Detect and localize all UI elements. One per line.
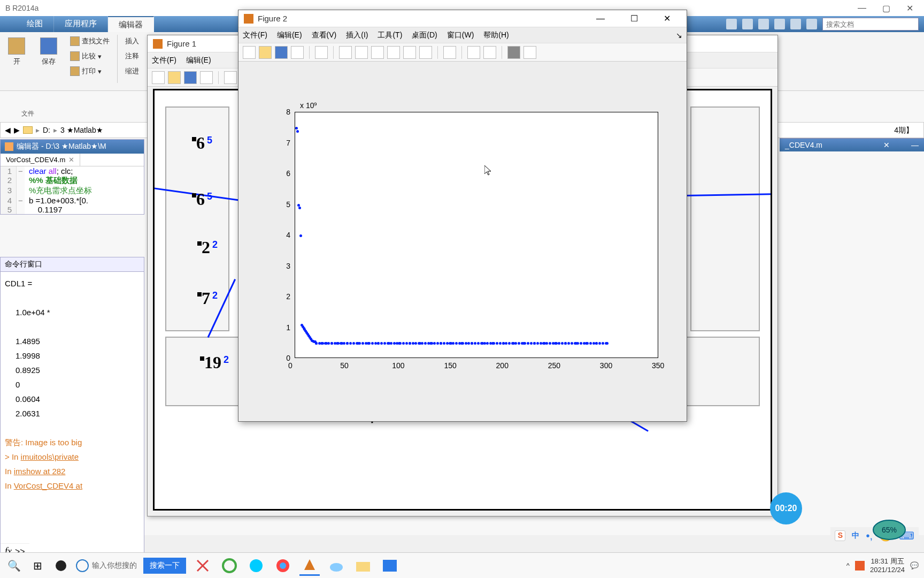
photos-icon[interactable] — [380, 556, 400, 576]
maximize-icon[interactable]: ☐ — [620, 13, 649, 24]
figure2-toolbar — [238, 43, 687, 62]
edge-icon[interactable] — [246, 556, 266, 576]
editor-icon — [5, 142, 13, 151]
path-folder[interactable]: 3 ★Matlab★ — [60, 126, 103, 134]
app-icon[interactable] — [52, 557, 70, 574]
task-view-icon[interactable]: ⊞ — [29, 557, 46, 574]
tab-apps[interactable]: 应用程序 — [54, 16, 108, 32]
snip-icon[interactable] — [192, 556, 213, 576]
cmd-output[interactable]: CDL1 = 1.0e+04 * 1.48951.99980.892500.06… — [1, 272, 144, 497]
pointer-icon[interactable] — [224, 71, 237, 84]
taskbar-clock[interactable]: 18:31 周五 2021/12/24 — [870, 557, 905, 574]
menu-desktop[interactable]: 桌面(D) — [412, 31, 437, 40]
print-button[interactable]: 打印 ▾ — [67, 65, 113, 78]
y-tick-label: 1 — [274, 323, 290, 332]
editor-file-tab[interactable]: VorCost_CDEV4.m ✕ — [1, 154, 80, 166]
menu-file[interactable]: 文件(F) — [243, 31, 267, 40]
copy-icon[interactable] — [742, 19, 753, 29]
code-area[interactable]: 1−clear all; clc;2%% 基础数据3%充电需求点坐标4−b =1… — [1, 166, 144, 214]
cmd-title[interactable]: 命令行窗口 — [1, 257, 144, 272]
taskbar-search[interactable]: 输入你想搜的 — [76, 559, 137, 572]
rotate-icon[interactable] — [387, 46, 400, 59]
menu-more-icon[interactable]: ↘ — [676, 31, 682, 40]
cut-icon[interactable] — [726, 19, 737, 29]
minimize-icon[interactable]: — — [858, 3, 866, 13]
open-icon[interactable] — [259, 46, 272, 59]
trace-link[interactable]: imshow at 282 — [14, 467, 66, 476]
pan-icon[interactable] — [371, 46, 384, 59]
path-fwd-icon[interactable]: ▶ — [14, 126, 20, 134]
paste-icon[interactable] — [758, 19, 769, 29]
colorbar-icon[interactable] — [467, 46, 480, 59]
trace-link[interactable]: imuitools\private — [21, 452, 79, 461]
link-icon[interactable] — [443, 46, 456, 59]
undo-icon[interactable] — [774, 19, 785, 29]
brush-icon[interactable] — [419, 46, 432, 59]
print-icon[interactable] — [291, 46, 304, 59]
menu-edit[interactable]: 编辑(E) — [277, 31, 302, 40]
new-icon[interactable] — [243, 46, 256, 59]
datacursor-icon[interactable] — [403, 46, 416, 59]
zoom-in-icon[interactable] — [339, 46, 352, 59]
tab-plot[interactable]: 绘图 — [16, 16, 54, 32]
tray-up-icon[interactable]: ^ — [846, 561, 850, 569]
redo-icon[interactable] — [790, 19, 801, 29]
sogou-icon[interactable]: S — [835, 530, 845, 541]
x-tick-label: 250 — [548, 361, 560, 370]
tab-editor[interactable]: 编辑器 — [108, 16, 154, 32]
help-icon[interactable] — [806, 19, 817, 29]
figure2-window[interactable]: Figure 2 — ☐ ✕ 文件(F) 编辑(E) 查看(V) 插入(I) 工… — [238, 10, 687, 422]
trace-link[interactable]: VorCost_CDEV4 at — [14, 481, 82, 490]
save-icon[interactable] — [184, 71, 197, 84]
menu-view[interactable]: 查看(V) — [312, 31, 337, 40]
menu-window[interactable]: 窗口(W) — [447, 31, 474, 40]
system-tray[interactable]: ^ 18:31 周五 2021/12/24 💬 — [846, 557, 919, 574]
comment-button[interactable]: 注释 — [122, 50, 142, 63]
notification-icon[interactable]: 💬 — [910, 561, 919, 569]
minimize-icon[interactable]: — — [586, 14, 615, 24]
browser-360-icon[interactable] — [219, 556, 240, 576]
figure2-titlebar[interactable]: Figure 2 — ☐ ✕ — [238, 10, 687, 27]
show-icon[interactable] — [523, 46, 536, 59]
pointer-icon[interactable] — [315, 46, 328, 59]
tray-app-icon[interactable] — [855, 561, 865, 571]
maximize-icon[interactable]: ▢ — [882, 3, 890, 13]
legend-icon[interactable] — [483, 46, 496, 59]
menu-help[interactable]: 帮助(H) — [483, 31, 509, 40]
matlab-icon[interactable] — [299, 556, 320, 576]
close-icon[interactable]: ✕ — [653, 13, 681, 24]
figure2-axes[interactable]: x 10⁹ 012345678 050100150200250300350 — [268, 96, 664, 379]
indent-button[interactable]: 缩进 — [122, 65, 142, 78]
search-button[interactable]: 搜索一下 — [143, 558, 186, 574]
save-icon[interactable] — [275, 46, 288, 59]
menu-tools[interactable]: 工具(T) — [378, 31, 402, 40]
right-file-tab[interactable]: _CDEV4.m — ✕ — [780, 138, 924, 151]
menu-insert[interactable]: 插入(I) — [346, 31, 368, 40]
minimize-icon[interactable]: — — [911, 141, 919, 149]
chrome-icon[interactable] — [273, 556, 293, 576]
cloud-icon[interactable] — [326, 556, 346, 576]
save-button[interactable]: 保存 — [35, 35, 63, 69]
insert-button[interactable]: 插入 — [122, 35, 142, 48]
search-docs-input[interactable] — [822, 18, 919, 31]
close-icon[interactable]: ✕ — [906, 3, 913, 13]
explorer-icon[interactable] — [353, 556, 373, 576]
start-icon[interactable]: 🔍 — [5, 557, 22, 574]
tab-close-icon[interactable]: ✕ — [68, 156, 74, 164]
close-icon[interactable]: ✕ — [883, 141, 890, 149]
find-files-button[interactable]: 查找文件 — [67, 35, 113, 48]
svg-point-6 — [280, 562, 286, 569]
path-back-icon[interactable]: ◀ — [5, 126, 11, 134]
compare-button[interactable]: 比较 ▾ — [67, 50, 113, 63]
path-drive[interactable]: D: — [43, 126, 50, 134]
menu-edit[interactable]: 编辑(E) — [186, 56, 211, 65]
open-icon[interactable] — [168, 71, 181, 84]
print-icon[interactable] — [200, 71, 213, 84]
editor-titlebar[interactable]: 编辑器 - D:\3 ★Matlab★\M — [1, 140, 144, 154]
new-icon[interactable] — [152, 71, 165, 84]
zoom-out-icon[interactable] — [355, 46, 368, 59]
lang-indicator[interactable]: 中 — [852, 531, 859, 541]
hide-icon[interactable] — [507, 46, 520, 59]
open-button[interactable]: 开 — [3, 35, 30, 69]
menu-file[interactable]: 文件(F) — [152, 56, 176, 65]
